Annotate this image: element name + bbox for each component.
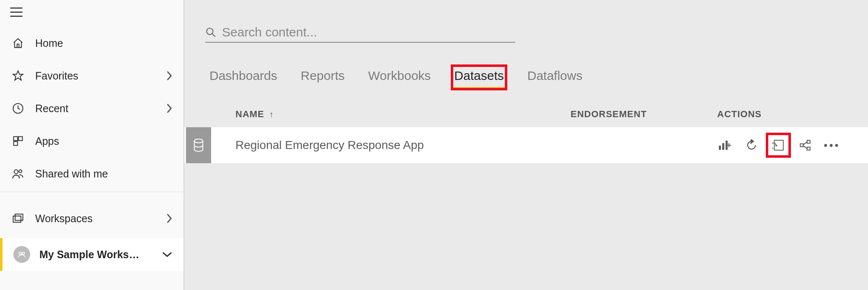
- people-icon: [11, 168, 25, 180]
- svg-rect-23: [774, 140, 783, 150]
- hamburger-menu-button[interactable]: [0, 0, 183, 27]
- search-icon: [205, 27, 216, 38]
- current-workspace-label: My Sample Works…: [39, 249, 162, 261]
- share-button[interactable]: [798, 138, 813, 153]
- column-header-actions: ACTIONS: [717, 109, 868, 120]
- svg-rect-5: [14, 137, 18, 141]
- bar-chart-plus-icon: [718, 140, 731, 151]
- sidebar: Home Favorites Recent: [0, 0, 184, 290]
- sidebar-item-favorites[interactable]: Favorites: [0, 59, 183, 92]
- sidebar-item-label: Recent: [35, 103, 166, 115]
- tab-dataflows[interactable]: Dataflows: [526, 66, 584, 89]
- chevron-down-icon: [162, 251, 173, 258]
- column-header-endorsement[interactable]: ENDORSEMENT: [571, 109, 717, 120]
- schedule-refresh-icon: [772, 139, 785, 151]
- svg-point-12: [19, 252, 22, 255]
- svg-rect-18: [722, 143, 724, 150]
- refresh-now-button[interactable]: [744, 138, 759, 153]
- sidebar-item-label: Apps: [35, 135, 173, 147]
- table-header-row: NAME ↑ ENDORSEMENT ACTIONS: [184, 104, 868, 127]
- svg-marker-3: [13, 71, 23, 80]
- content-tabs: Dashboards Reports Workbooks Datasets Da…: [208, 66, 868, 89]
- svg-rect-17: [719, 146, 721, 150]
- svg-line-29: [803, 146, 807, 149]
- tab-dashboards[interactable]: Dashboards: [208, 66, 279, 89]
- sidebar-item-label: Home: [35, 37, 173, 49]
- svg-point-8: [14, 170, 18, 174]
- content-table: NAME ↑ ENDORSEMENT ACTIONS Regional Emer…: [184, 104, 868, 163]
- sidebar-item-apps[interactable]: Apps: [0, 125, 183, 157]
- svg-rect-27: [807, 147, 810, 150]
- sidebar-item-shared-with-me[interactable]: Shared with me: [0, 157, 183, 190]
- chevron-right-icon: [166, 213, 173, 224]
- apps-icon: [11, 135, 25, 147]
- sidebar-divider: [0, 192, 183, 192]
- svg-rect-26: [800, 144, 803, 147]
- search-field[interactable]: [205, 25, 515, 43]
- tab-datasets[interactable]: Datasets: [452, 66, 505, 89]
- svg-rect-10: [15, 214, 23, 221]
- search-input[interactable]: [222, 25, 515, 39]
- home-icon: [11, 37, 25, 49]
- chevron-right-icon: [166, 103, 173, 114]
- clock-icon: [11, 103, 25, 114]
- sidebar-current-workspace[interactable]: My Sample Works…: [0, 238, 183, 271]
- star-icon: [11, 70, 25, 82]
- dataset-type-icon: [186, 127, 211, 163]
- tab-workbooks[interactable]: Workbooks: [367, 66, 433, 89]
- column-header-name-label: NAME: [235, 109, 264, 120]
- sidebar-item-recent[interactable]: Recent: [0, 92, 183, 125]
- sidebar-item-label: Favorites: [35, 70, 166, 82]
- svg-marker-22: [751, 139, 754, 143]
- svg-point-14: [207, 28, 213, 34]
- row-actions: •••: [717, 138, 868, 153]
- ellipsis-icon: •••: [824, 139, 840, 152]
- svg-rect-7: [14, 141, 18, 145]
- chevron-right-icon: [166, 70, 173, 81]
- svg-line-15: [212, 33, 215, 37]
- svg-point-9: [19, 170, 22, 173]
- table-row[interactable]: Regional Emergency Response App: [184, 127, 868, 163]
- svg-marker-24: [776, 144, 778, 147]
- sidebar-item-workspaces[interactable]: Workspaces: [0, 202, 183, 235]
- sort-ascending-icon: ↑: [269, 110, 274, 119]
- sidebar-item-label: Workspaces: [35, 213, 166, 225]
- sidebar-item-label: Shared with me: [35, 168, 173, 180]
- share-icon: [799, 139, 811, 151]
- column-header-name[interactable]: NAME ↑: [235, 109, 571, 120]
- row-name: Regional Emergency Response App: [235, 139, 571, 152]
- svg-rect-25: [807, 140, 810, 143]
- tab-reports[interactable]: Reports: [299, 66, 346, 89]
- workspace-avatar-icon: [13, 246, 30, 263]
- create-report-button[interactable]: [717, 138, 732, 153]
- schedule-refresh-button[interactable]: [771, 138, 786, 153]
- svg-rect-11: [13, 216, 21, 222]
- svg-rect-6: [18, 137, 22, 141]
- more-options-button[interactable]: •••: [824, 138, 840, 153]
- workspaces-icon: [11, 213, 25, 224]
- sidebar-item-home[interactable]: Home: [0, 27, 183, 59]
- hamburger-icon: [10, 8, 23, 17]
- svg-point-13: [22, 252, 24, 255]
- svg-line-28: [803, 142, 807, 145]
- refresh-icon: [746, 139, 757, 151]
- svg-point-16: [194, 139, 203, 143]
- main-content: Dashboards Reports Workbooks Datasets Da…: [184, 0, 868, 290]
